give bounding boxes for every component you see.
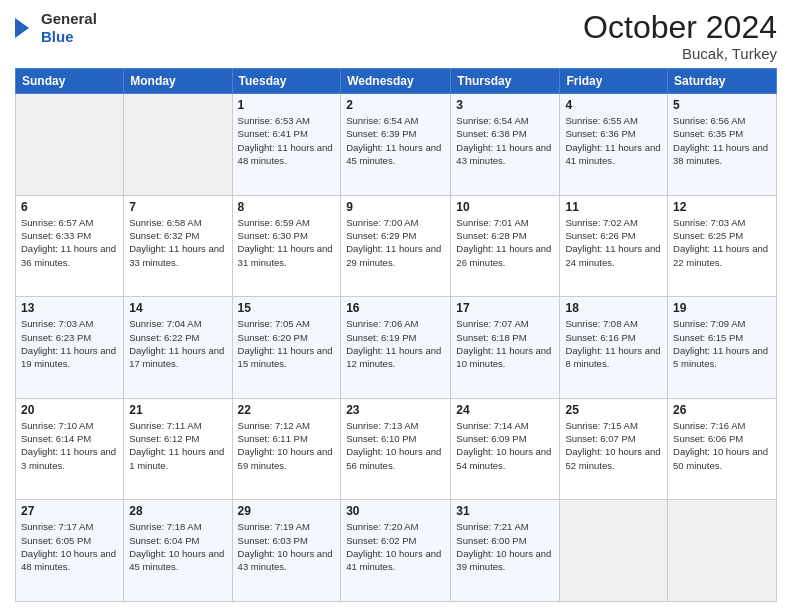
day-number: 8	[238, 200, 336, 214]
calendar-week-row: 27Sunrise: 7:17 AM Sunset: 6:05 PM Dayli…	[16, 500, 777, 602]
day-number: 26	[673, 403, 771, 417]
calendar-cell: 24Sunrise: 7:14 AM Sunset: 6:09 PM Dayli…	[451, 398, 560, 500]
calendar-cell: 20Sunrise: 7:10 AM Sunset: 6:14 PM Dayli…	[16, 398, 124, 500]
day-number: 27	[21, 504, 118, 518]
day-number: 31	[456, 504, 554, 518]
day-info: Sunrise: 7:09 AM Sunset: 6:15 PM Dayligh…	[673, 317, 771, 370]
day-info: Sunrise: 7:15 AM Sunset: 6:07 PM Dayligh…	[565, 419, 662, 472]
calendar-cell: 9Sunrise: 7:00 AM Sunset: 6:29 PM Daylig…	[341, 195, 451, 297]
day-number: 21	[129, 403, 226, 417]
day-number: 7	[129, 200, 226, 214]
day-info: Sunrise: 7:01 AM Sunset: 6:28 PM Dayligh…	[456, 216, 554, 269]
day-info: Sunrise: 7:10 AM Sunset: 6:14 PM Dayligh…	[21, 419, 118, 472]
day-number: 11	[565, 200, 662, 214]
weekday-header-monday: Monday	[124, 69, 232, 94]
calendar-cell	[668, 500, 777, 602]
calendar-cell: 6Sunrise: 6:57 AM Sunset: 6:33 PM Daylig…	[16, 195, 124, 297]
day-number: 19	[673, 301, 771, 315]
calendar-cell: 3Sunrise: 6:54 AM Sunset: 6:38 PM Daylig…	[451, 94, 560, 196]
calendar-cell: 11Sunrise: 7:02 AM Sunset: 6:26 PM Dayli…	[560, 195, 668, 297]
day-info: Sunrise: 7:08 AM Sunset: 6:16 PM Dayligh…	[565, 317, 662, 370]
day-info: Sunrise: 6:54 AM Sunset: 6:39 PM Dayligh…	[346, 114, 445, 167]
logo-text-general: General	[41, 10, 97, 28]
calendar-table: SundayMondayTuesdayWednesdayThursdayFrid…	[15, 68, 777, 602]
day-info: Sunrise: 7:07 AM Sunset: 6:18 PM Dayligh…	[456, 317, 554, 370]
page-header: General Blue October 2024 Bucak, Turkey	[15, 10, 777, 62]
logo: General Blue	[15, 10, 97, 46]
day-info: Sunrise: 7:05 AM Sunset: 6:20 PM Dayligh…	[238, 317, 336, 370]
calendar-cell: 10Sunrise: 7:01 AM Sunset: 6:28 PM Dayli…	[451, 195, 560, 297]
day-info: Sunrise: 6:54 AM Sunset: 6:38 PM Dayligh…	[456, 114, 554, 167]
calendar-week-row: 20Sunrise: 7:10 AM Sunset: 6:14 PM Dayli…	[16, 398, 777, 500]
day-number: 3	[456, 98, 554, 112]
calendar-cell: 19Sunrise: 7:09 AM Sunset: 6:15 PM Dayli…	[668, 297, 777, 399]
day-number: 6	[21, 200, 118, 214]
day-number: 30	[346, 504, 445, 518]
day-number: 4	[565, 98, 662, 112]
calendar-cell: 7Sunrise: 6:58 AM Sunset: 6:32 PM Daylig…	[124, 195, 232, 297]
day-number: 18	[565, 301, 662, 315]
day-number: 17	[456, 301, 554, 315]
day-number: 10	[456, 200, 554, 214]
calendar-cell: 26Sunrise: 7:16 AM Sunset: 6:06 PM Dayli…	[668, 398, 777, 500]
calendar-cell: 21Sunrise: 7:11 AM Sunset: 6:12 PM Dayli…	[124, 398, 232, 500]
day-number: 14	[129, 301, 226, 315]
day-info: Sunrise: 7:16 AM Sunset: 6:06 PM Dayligh…	[673, 419, 771, 472]
day-info: Sunrise: 7:06 AM Sunset: 6:19 PM Dayligh…	[346, 317, 445, 370]
day-number: 23	[346, 403, 445, 417]
day-number: 16	[346, 301, 445, 315]
day-info: Sunrise: 7:03 AM Sunset: 6:25 PM Dayligh…	[673, 216, 771, 269]
calendar-cell: 16Sunrise: 7:06 AM Sunset: 6:19 PM Dayli…	[341, 297, 451, 399]
calendar-cell: 15Sunrise: 7:05 AM Sunset: 6:20 PM Dayli…	[232, 297, 341, 399]
day-info: Sunrise: 7:21 AM Sunset: 6:00 PM Dayligh…	[456, 520, 554, 573]
calendar-cell: 31Sunrise: 7:21 AM Sunset: 6:00 PM Dayli…	[451, 500, 560, 602]
day-number: 13	[21, 301, 118, 315]
calendar-cell: 27Sunrise: 7:17 AM Sunset: 6:05 PM Dayli…	[16, 500, 124, 602]
day-number: 28	[129, 504, 226, 518]
calendar-cell: 25Sunrise: 7:15 AM Sunset: 6:07 PM Dayli…	[560, 398, 668, 500]
day-info: Sunrise: 7:03 AM Sunset: 6:23 PM Dayligh…	[21, 317, 118, 370]
day-info: Sunrise: 7:17 AM Sunset: 6:05 PM Dayligh…	[21, 520, 118, 573]
day-info: Sunrise: 7:13 AM Sunset: 6:10 PM Dayligh…	[346, 419, 445, 472]
calendar-cell	[124, 94, 232, 196]
calendar-cell: 28Sunrise: 7:18 AM Sunset: 6:04 PM Dayli…	[124, 500, 232, 602]
day-info: Sunrise: 7:02 AM Sunset: 6:26 PM Dayligh…	[565, 216, 662, 269]
day-info: Sunrise: 6:59 AM Sunset: 6:30 PM Dayligh…	[238, 216, 336, 269]
calendar-cell: 30Sunrise: 7:20 AM Sunset: 6:02 PM Dayli…	[341, 500, 451, 602]
calendar-week-row: 1Sunrise: 6:53 AM Sunset: 6:41 PM Daylig…	[16, 94, 777, 196]
day-number: 5	[673, 98, 771, 112]
calendar-cell: 4Sunrise: 6:55 AM Sunset: 6:36 PM Daylig…	[560, 94, 668, 196]
calendar-cell: 29Sunrise: 7:19 AM Sunset: 6:03 PM Dayli…	[232, 500, 341, 602]
calendar-cell	[560, 500, 668, 602]
location-title: Bucak, Turkey	[583, 45, 777, 62]
day-number: 22	[238, 403, 336, 417]
calendar-week-row: 13Sunrise: 7:03 AM Sunset: 6:23 PM Dayli…	[16, 297, 777, 399]
day-info: Sunrise: 7:12 AM Sunset: 6:11 PM Dayligh…	[238, 419, 336, 472]
calendar-cell: 5Sunrise: 6:56 AM Sunset: 6:35 PM Daylig…	[668, 94, 777, 196]
weekday-header-sunday: Sunday	[16, 69, 124, 94]
day-info: Sunrise: 7:11 AM Sunset: 6:12 PM Dayligh…	[129, 419, 226, 472]
day-number: 15	[238, 301, 336, 315]
month-title: October 2024	[583, 10, 777, 45]
calendar-cell: 22Sunrise: 7:12 AM Sunset: 6:11 PM Dayli…	[232, 398, 341, 500]
calendar-cell: 8Sunrise: 6:59 AM Sunset: 6:30 PM Daylig…	[232, 195, 341, 297]
calendar-cell	[16, 94, 124, 196]
calendar-cell: 23Sunrise: 7:13 AM Sunset: 6:10 PM Dayli…	[341, 398, 451, 500]
day-info: Sunrise: 6:57 AM Sunset: 6:33 PM Dayligh…	[21, 216, 118, 269]
weekday-header-tuesday: Tuesday	[232, 69, 341, 94]
weekday-header-saturday: Saturday	[668, 69, 777, 94]
day-number: 24	[456, 403, 554, 417]
day-info: Sunrise: 6:58 AM Sunset: 6:32 PM Dayligh…	[129, 216, 226, 269]
day-info: Sunrise: 7:00 AM Sunset: 6:29 PM Dayligh…	[346, 216, 445, 269]
calendar-cell: 14Sunrise: 7:04 AM Sunset: 6:22 PM Dayli…	[124, 297, 232, 399]
weekday-header-thursday: Thursday	[451, 69, 560, 94]
title-block: October 2024 Bucak, Turkey	[583, 10, 777, 62]
day-info: Sunrise: 6:55 AM Sunset: 6:36 PM Dayligh…	[565, 114, 662, 167]
day-number: 12	[673, 200, 771, 214]
logo-text-blue: Blue	[41, 28, 97, 46]
calendar-week-row: 6Sunrise: 6:57 AM Sunset: 6:33 PM Daylig…	[16, 195, 777, 297]
calendar-cell: 17Sunrise: 7:07 AM Sunset: 6:18 PM Dayli…	[451, 297, 560, 399]
weekday-header-row: SundayMondayTuesdayWednesdayThursdayFrid…	[16, 69, 777, 94]
day-number: 20	[21, 403, 118, 417]
day-number: 29	[238, 504, 336, 518]
